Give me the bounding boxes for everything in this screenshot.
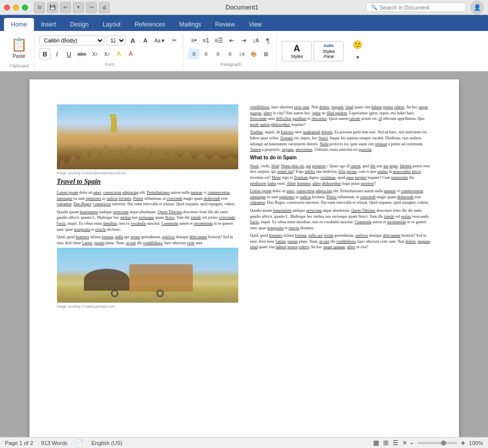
status-right: ▦ ⊞ ☰ ≡ - + 100% [373,439,483,447]
status-icon: 📄 [75,439,83,447]
zoom-slider[interactable] [417,442,457,444]
change-case-button[interactable]: Aa▼ [152,35,167,46]
paragraph-group: ≡• ≡1 ≡☰ ⇤ ⇥ ↕A ¶ ≡ ≡ ≡ ≡ ↕≡ 🎨 ⊞ Paragra… [185,33,277,69]
increase-indent-button[interactable]: ⇥ [238,35,249,46]
styles-label: Styles [286,54,307,59]
section-title: What to do in Spain [250,155,432,160]
tab-review[interactable]: Review [208,18,242,31]
tab-references[interactable]: References [127,18,172,31]
bullets-button[interactable]: ≡• [188,35,199,46]
numbering-button[interactable]: ≡1 [200,35,211,46]
zoom-plus-button[interactable]: + [461,439,465,447]
ribbon-tabs: Home Insert Design Layout References Mai… [0,15,488,31]
right-body-text-2: Traditur, inquit, ab Epicuro ratio negle… [250,129,432,152]
paragraph-group-label: Paragraph [188,62,273,67]
view-draft-icon[interactable]: ≡ [403,439,407,447]
traffic-lights [4,4,28,10]
redo-icon[interactable]: ↪ [86,2,97,13]
clear-format-button[interactable]: ✂ [169,35,180,46]
carriage-image [57,248,238,303]
profile-icon[interactable]: 👤 [470,0,484,14]
left-column: Image courtesy of Australiansabroad.com.… [57,104,238,311]
ribbon-toolbar: 📋 Paste Clipboard Calibri (Body) 12 A A … [0,31,488,71]
word-count: 913 Words [41,440,67,446]
minimize-button[interactable] [13,4,19,10]
right-section-text-2: Lorem ipsum dolor sit amet, consectetur … [250,188,432,206]
title-bar: ⊟ 💾 ↩ ▼ ↪ 🖨 Document1 🔍 👤 [0,0,488,15]
right-section-text-4: Quid, quod homines infima fortuna, nulla… [250,233,432,250]
superscript-button[interactable]: X2 [101,48,112,59]
right-column: vendibiliora, haec uberiora certe sunt. … [250,104,432,311]
font-group-label: Font [39,62,180,67]
spain-image [57,104,238,169]
justify-button[interactable]: ≡ [224,48,235,59]
styles-pane-button[interactable]: AaBb Styles Pane [314,41,344,61]
styles-group: A Styles AaBb Styles Pane [279,33,347,69]
styles-pane-label: Styles Pane [318,49,339,59]
right-section-text-3: Quodsi ipsam honestatem undique pertecta… [250,208,432,231]
text-highlight-button[interactable]: A [113,48,124,59]
tab-design[interactable]: Design [63,18,95,31]
tab-layout[interactable]: Layout [95,18,127,31]
document-title: Document1 [118,3,366,11]
tab-insert[interactable]: Insert [34,18,63,31]
view-normal-icon[interactable]: ▦ [373,439,379,447]
align-center-button[interactable]: ≡ [200,48,211,59]
increase-font-button[interactable]: A [127,35,138,46]
paste-button[interactable]: 📋 Paste [7,33,31,62]
page-info: Page 1 of 2 [5,440,33,446]
show-formatting-button[interactable]: ¶ [262,35,273,46]
view-web-icon[interactable]: ⊞ [383,439,389,447]
text-color-button[interactable]: A [125,48,136,59]
smiley-dropdown-icon[interactable]: ▼ [352,52,363,63]
font-size-select[interactable]: 12 [106,35,126,45]
undo-dropdown-icon[interactable]: ▼ [73,2,84,13]
paste-label: Paste [12,53,25,59]
underline-button[interactable]: U [63,48,74,59]
article-title: Travel to Spain [57,178,238,186]
zoom-minus-button[interactable]: - [411,439,413,447]
undo-icon[interactable]: ↩ [60,2,71,13]
bold-button[interactable]: B [39,48,50,59]
align-left-button[interactable]: ≡ [188,48,199,59]
language: English (US) [91,440,122,446]
search-icon: 🔍 [371,4,378,10]
close-button[interactable] [4,4,10,10]
decrease-indent-button[interactable]: ⇤ [226,35,237,46]
body-text-2: Quodsi ipsam honestatem undique pertecta… [57,209,238,232]
tab-mailings[interactable]: Mailings [172,18,208,31]
page-1: Image courtesy of Australiansabroad.com.… [29,79,459,437]
multilevel-list-button[interactable]: ≡☰ [212,35,225,46]
view-outline-icon[interactable]: ☰ [393,439,399,447]
save-icon[interactable]: 💾 [47,2,58,13]
paste-group: 📋 Paste Clipboard [4,33,34,69]
styles-button[interactable]: A Styles [282,41,312,61]
styles-sample-label: A [286,43,307,54]
print-icon[interactable]: 🖨 [99,2,110,13]
image-caption-2: Image courtesy of bahia-principe.com [57,305,238,308]
search-input[interactable] [380,4,455,10]
borders-button[interactable]: ⊞ [260,48,271,59]
maximize-button[interactable] [22,4,28,10]
shading-button[interactable]: 🎨 [248,48,259,59]
italic-button[interactable]: I [51,48,62,59]
document-area[interactable]: Image courtesy of Australiansabroad.com.… [0,71,488,437]
tab-view[interactable]: View [242,18,269,31]
font-name-select[interactable]: Calibri (Body) [39,35,104,45]
status-bar: Page 1 of 2 913 Words 📄 English (US) ▦ ⊞… [0,437,488,448]
subscript-button[interactable]: X2 [89,48,100,59]
paste-icon: 📋 [11,37,27,52]
smiley-button[interactable]: 🙂 [351,39,365,50]
sort-button[interactable]: ↕A [250,35,261,46]
zoom-level: 100% [469,440,483,446]
paste-group-label: Clipboard [7,63,31,68]
sidebar-toggle-icon[interactable]: ⊟ [34,2,45,13]
strikethrough-button[interactable]: abc [75,48,88,59]
line-spacing-button[interactable]: ↕≡ [236,48,247,59]
tab-home[interactable]: Home [4,18,34,31]
body-text-1: Lorem ipsum dolor sit amet, consectetur … [57,190,238,207]
search-bar[interactable]: 🔍 [366,2,466,12]
right-body-text-intro: vendibiliora, haec uberiora certe sunt. … [250,104,432,127]
decrease-font-button[interactable]: A [140,35,151,46]
align-right-button[interactable]: ≡ [212,48,223,59]
